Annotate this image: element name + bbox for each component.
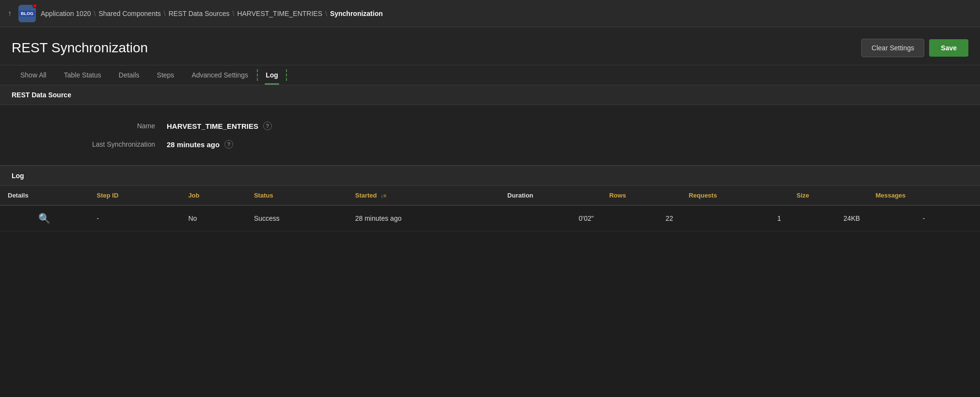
tab-steps[interactable]: Steps bbox=[148, 65, 183, 85]
breadcrumb-item-current: Synchronization bbox=[330, 10, 383, 17]
name-value-group: HARVEST_TIME_ENTRIES ? bbox=[167, 122, 272, 130]
name-row: Name HARVEST_TIME_ENTRIES ? bbox=[0, 117, 980, 135]
page-title: REST Synchronization bbox=[12, 40, 148, 56]
clear-settings-button[interactable]: Clear Settings bbox=[861, 39, 924, 57]
table-header: Details Step ID Job Status Started ↓≡ Du… bbox=[0, 186, 980, 205]
last-sync-value: 28 minutes ago bbox=[167, 140, 220, 149]
log-section-header: Log bbox=[0, 166, 980, 186]
col-header-started[interactable]: Started ↓≡ bbox=[348, 186, 500, 205]
col-header-step-id[interactable]: Step ID bbox=[89, 186, 181, 205]
tab-advanced-settings[interactable]: Advanced Settings bbox=[183, 65, 257, 85]
col-header-details: Details bbox=[0, 186, 89, 205]
name-value: HARVEST_TIME_ENTRIES bbox=[167, 122, 258, 130]
last-sync-row: Last Synchronization 28 minutes ago ? bbox=[0, 135, 980, 153]
tab-table-status[interactable]: Table Status bbox=[55, 65, 110, 85]
search-icon[interactable]: 🔍 bbox=[38, 213, 50, 224]
col-header-status[interactable]: Status bbox=[246, 186, 348, 205]
tab-navigation: Show All Table Status Details Steps Adva… bbox=[0, 65, 980, 85]
cell-duration: 0'02" bbox=[500, 205, 601, 231]
cell-requests: 1 bbox=[681, 205, 789, 231]
breadcrumb: Application 1020 \ Shared Components \ R… bbox=[41, 10, 383, 17]
name-label: Name bbox=[12, 122, 167, 130]
last-sync-help-icon[interactable]: ? bbox=[224, 140, 233, 149]
cell-step-id: - bbox=[89, 205, 181, 231]
cell-details-icon[interactable]: 🔍 bbox=[0, 205, 89, 231]
cell-messages: - bbox=[868, 205, 980, 231]
tab-details[interactable]: Details bbox=[110, 65, 148, 85]
tab-log[interactable]: Log bbox=[257, 65, 287, 85]
breadcrumb-sep-2: \ bbox=[164, 10, 166, 17]
col-header-rows[interactable]: Rows bbox=[601, 186, 681, 205]
col-header-size[interactable]: Size bbox=[789, 186, 868, 205]
app-icon-label: BLOG bbox=[19, 11, 35, 16]
col-header-messages[interactable]: Messages bbox=[868, 186, 980, 205]
breadcrumb-item-app[interactable]: Application 1020 bbox=[41, 10, 91, 17]
up-arrow-button[interactable]: ↑ bbox=[8, 9, 12, 18]
breadcrumb-item-shared[interactable]: Shared Components bbox=[98, 10, 160, 17]
form-area: Name HARVEST_TIME_ENTRIES ? Last Synchro… bbox=[0, 105, 980, 166]
cell-started: 28 minutes ago bbox=[348, 205, 500, 231]
breadcrumb-item-harvest[interactable]: HARVEST_TIME_ENTRIES bbox=[237, 10, 322, 17]
content-area: REST Data Source Name HARVEST_TIME_ENTRI… bbox=[0, 85, 980, 231]
table-body: 🔍 - No Success 28 minutes ago 0'02" 22 1… bbox=[0, 205, 980, 231]
last-sync-label: Last Synchronization bbox=[12, 140, 167, 148]
rest-data-source-section-header: REST Data Source bbox=[0, 85, 980, 105]
table-header-row: Details Step ID Job Status Started ↓≡ Du… bbox=[0, 186, 980, 205]
table-row: 🔍 - No Success 28 minutes ago 0'02" 22 1… bbox=[0, 205, 980, 231]
col-header-requests[interactable]: Requests bbox=[681, 186, 789, 205]
col-header-duration: Duration bbox=[500, 186, 601, 205]
breadcrumb-sep-3: \ bbox=[233, 10, 235, 17]
last-sync-value-group: 28 minutes ago ? bbox=[167, 140, 233, 149]
cell-rows: 22 bbox=[601, 205, 681, 231]
col-header-job[interactable]: Job bbox=[180, 186, 246, 205]
breadcrumb-item-rest[interactable]: REST Data Sources bbox=[169, 10, 230, 17]
header-actions: Clear Settings Save bbox=[861, 39, 968, 57]
notification-dot bbox=[32, 3, 37, 8]
top-nav: ↑ BLOG Application 1020 \ Shared Compone… bbox=[0, 0, 980, 27]
cell-status: Success bbox=[246, 205, 348, 231]
started-sort-icon: ↓≡ bbox=[380, 193, 386, 198]
save-button[interactable]: Save bbox=[929, 39, 968, 57]
name-help-icon[interactable]: ? bbox=[263, 122, 272, 130]
breadcrumb-sep-4: \ bbox=[325, 10, 327, 17]
tab-show-all[interactable]: Show All bbox=[12, 65, 55, 85]
breadcrumb-sep-1: \ bbox=[94, 10, 96, 17]
cell-job: No bbox=[180, 205, 246, 231]
page-header: REST Synchronization Clear Settings Save bbox=[0, 27, 980, 65]
log-table: Details Step ID Job Status Started ↓≡ Du… bbox=[0, 186, 980, 231]
app-icon: BLOG bbox=[18, 5, 36, 22]
cell-size: 24KB bbox=[789, 205, 868, 231]
